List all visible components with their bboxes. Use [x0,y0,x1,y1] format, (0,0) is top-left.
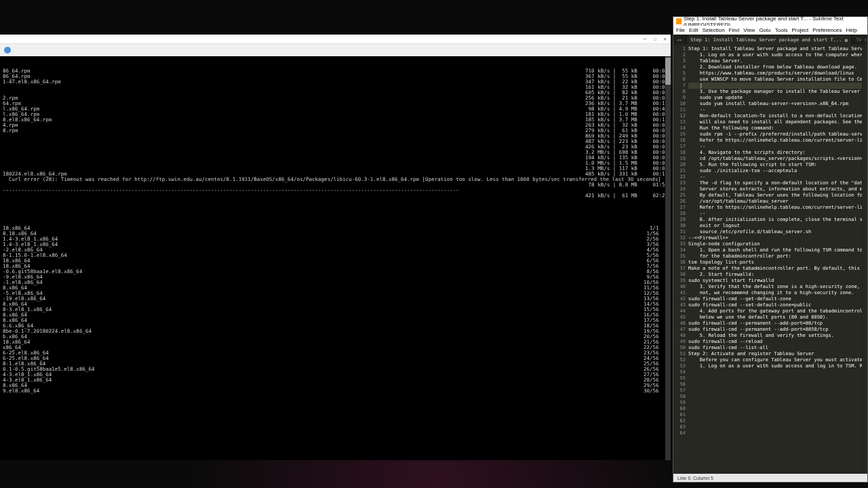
menu-tools[interactable]: Tools [775,27,788,33]
code-content[interactable]: Step 1: Install Tableau Server package a… [688,45,862,474]
menu-project[interactable]: Project [791,27,808,33]
menu-edit[interactable]: Edit [689,27,698,33]
terminal-session-icon[interactable] [4,47,11,54]
sublime-tabbar[interactable]: ◂▸ Step 1: Install Tableau Server packag… [673,35,867,45]
sublime-editor[interactable]: 1234567891011121314151617181920212223242… [673,45,867,474]
tab-label: Step 1: Install Tableau Server package a… [690,37,842,43]
maximize-button[interactable]: ☐ [653,36,656,42]
close-button[interactable]: ✕ [663,36,667,42]
menu-help[interactable]: Help [846,27,856,33]
menu-view[interactable]: View [743,27,755,33]
sublime-statusbar[interactable]: Line 9, Column 5 [673,474,867,482]
terminal-window: — ☐ ✕ 86_64.rpm710 kB/s | 55 kB 00:0086_… [0,35,671,460]
sublime-menubar[interactable]: FileEditSelectionFindViewGotoToolsProjec… [673,26,867,35]
tab-inactive[interactable]: To completely remove Tableau Serv... [852,35,867,45]
terminal-titlebar[interactable]: — ☐ ✕ [0,35,671,44]
menu-goto[interactable]: Goto [759,27,770,33]
tab-nav-arrows[interactable]: ◂▸ [673,35,686,45]
tab-label: To completely remove Tableau Serv... [856,37,867,43]
terminal-scrollbar[interactable] [665,56,671,460]
tab-dirty-icon[interactable]: ● [844,37,848,43]
sublime-icon [676,18,682,24]
minimap[interactable] [862,45,867,474]
menu-find[interactable]: Find [729,27,740,33]
minimize-button[interactable]: — [644,36,647,42]
terminal-toolbar [0,44,671,56]
terminal-output[interactable]: 86_64.rpm710 kB/s | 55 kB 00:0086_64.rpm… [0,56,671,460]
menu-file[interactable]: File [676,27,685,33]
scrollbar-thumb[interactable] [665,58,671,85]
line-gutter: 1234567891011121314151617181920212223242… [673,45,688,474]
sublime-titlebar[interactable]: Step 1: Install Tableau Server package a… [673,17,867,26]
tab-active[interactable]: Step 1: Install Tableau Server package a… [687,35,851,45]
menu-preferences[interactable]: Preferences [812,27,842,33]
status-cursor: Line 9, Column 5 [677,476,713,481]
menu-selection[interactable]: Selection [703,27,725,33]
sublime-window: Step 1: Install Tableau Server package a… [673,16,868,483]
